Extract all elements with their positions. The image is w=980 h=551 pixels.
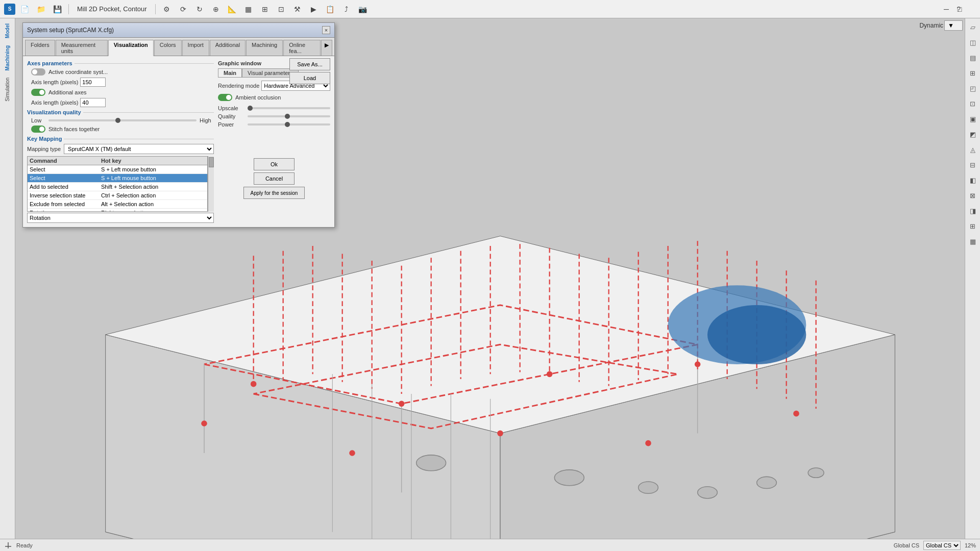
sidebar-item-simulation[interactable]: Simulation bbox=[4, 74, 11, 105]
rs-icon-5[interactable]: ◰ bbox=[966, 82, 979, 95]
power-track[interactable] bbox=[248, 123, 330, 126]
open-folder-btn[interactable]: 📁 bbox=[34, 2, 48, 16]
quality-track[interactable] bbox=[48, 119, 197, 121]
cancel-btn[interactable]: Cancel bbox=[254, 172, 295, 185]
dialog-title-text: System setup (SprutCAM X.cfg) bbox=[27, 27, 114, 34]
status-bar: Ready Global CS Global CS 12% bbox=[0, 539, 980, 551]
rs-icon-14[interactable]: ⊞ bbox=[966, 219, 979, 233]
rendering-label: Rendering mode bbox=[218, 83, 259, 89]
table-row[interactable]: Select S + Left mouse button bbox=[28, 165, 207, 174]
folders-tab[interactable]: Folders bbox=[25, 40, 55, 56]
save-btn[interactable]: 💾 bbox=[50, 2, 64, 16]
rs-icon-13[interactable]: ◨ bbox=[966, 204, 979, 217]
zoom-level: 12% bbox=[965, 542, 976, 548]
rs-icon-7[interactable]: ▣ bbox=[966, 112, 979, 126]
hotkey-cell: Shift + Selection action bbox=[99, 183, 207, 191]
main-subtab[interactable]: Main bbox=[218, 68, 242, 78]
ok-btn[interactable]: Ok bbox=[254, 158, 295, 170]
additional-axes-toggle[interactable] bbox=[31, 89, 45, 96]
active-coord-row: Active coordinate syst... bbox=[27, 68, 214, 76]
axis-length-input[interactable] bbox=[80, 78, 106, 87]
upscale-track[interactable] bbox=[248, 107, 330, 109]
mapping-type-label: Mapping type bbox=[27, 146, 61, 152]
visualization-tab[interactable]: Visualization bbox=[108, 40, 154, 56]
table-row[interactable]: Select S + Left mouse button bbox=[28, 174, 207, 183]
command-cell: Select bbox=[28, 174, 99, 182]
rs-icon-12[interactable]: ⊠ bbox=[966, 189, 979, 202]
view-list-btn[interactable]: ▦ bbox=[241, 2, 256, 16]
svg-point-33 bbox=[547, 371, 553, 378]
svg-point-44 bbox=[757, 477, 777, 488]
upscale-label: Upscale bbox=[218, 105, 244, 111]
minimize-btn[interactable]: ─ bbox=[939, 0, 953, 18]
orbit-btn[interactable]: ⟳ bbox=[176, 2, 190, 16]
new-file-btn[interactable]: 📄 bbox=[17, 2, 32, 16]
maximize-btn[interactable]: □ bbox=[952, 0, 967, 18]
dialog-close-btn[interactable]: × bbox=[322, 26, 330, 34]
quality-thumb[interactable] bbox=[115, 118, 120, 123]
svg-point-42 bbox=[639, 482, 658, 493]
rs-icon-10[interactable]: ⊟ bbox=[966, 158, 979, 171]
coord-system-select[interactable]: Global CS bbox=[923, 541, 961, 550]
save-as-btn[interactable]: Save As... bbox=[289, 58, 330, 70]
table-row[interactable]: Inverse selection state Ctrl + Selection… bbox=[28, 191, 207, 200]
rs-icon-1[interactable]: ▱ bbox=[966, 20, 979, 34]
additional-axis-length-input[interactable] bbox=[80, 98, 106, 107]
table-row[interactable]: Exclude from selected Alt + Selection ac… bbox=[28, 200, 207, 209]
quality-thumb2[interactable] bbox=[285, 114, 290, 119]
sim-btn[interactable]: ▶ bbox=[307, 2, 321, 16]
power-thumb[interactable] bbox=[285, 122, 290, 127]
rs-icon-4[interactable]: ⊞ bbox=[966, 66, 979, 80]
upscale-thumb[interactable] bbox=[248, 106, 253, 111]
colors-tab[interactable]: Colors bbox=[154, 40, 182, 56]
sep-1 bbox=[68, 4, 69, 14]
sidebar-item-model[interactable]: Model bbox=[4, 20, 11, 41]
online-features-tab[interactable]: Online fea... bbox=[283, 40, 321, 56]
measurement-tab[interactable]: Measurement units bbox=[56, 40, 108, 56]
stitch-faces-toggle[interactable] bbox=[31, 126, 45, 133]
scrollbar-thumb[interactable] bbox=[209, 157, 214, 167]
table-row[interactable]: Add to selected Shift + Selection action bbox=[28, 183, 207, 191]
additional-tab[interactable]: Additional bbox=[210, 40, 246, 56]
rs-icon-3[interactable]: ▤ bbox=[966, 51, 979, 64]
quality-track2[interactable] bbox=[248, 115, 330, 117]
nc-btn[interactable]: 📋 bbox=[323, 2, 337, 16]
mapping-type-select[interactable]: SprutCAM X (TM) default bbox=[64, 144, 214, 154]
rs-icon-6[interactable]: ⊡ bbox=[966, 97, 979, 110]
toolpath2-btn[interactable]: ⚒ bbox=[290, 2, 305, 16]
rs-icon-2[interactable]: ◫ bbox=[966, 36, 979, 49]
cam2-btn[interactable]: 📷 bbox=[356, 2, 370, 16]
export2-btn[interactable]: ⤴ bbox=[339, 2, 354, 16]
ambient-occlusion-toggle[interactable] bbox=[218, 94, 232, 101]
sidebar-item-machining[interactable]: Machining bbox=[4, 42, 11, 73]
layer-btn[interactable]: ⊞ bbox=[258, 2, 272, 16]
rs-icon-9[interactable]: ◬ bbox=[966, 143, 979, 156]
axis-length-label: Axis length (pixels) bbox=[31, 79, 78, 85]
table-row[interactable]: Rotation Right mouse button bbox=[28, 209, 207, 211]
dynamic-dropdown[interactable]: ▼ bbox=[944, 20, 963, 31]
ambient-row: Ambient occlusion bbox=[218, 94, 330, 101]
load-btn[interactable]: Load bbox=[289, 72, 330, 84]
apply-session-btn[interactable]: Apply for the session bbox=[243, 187, 305, 199]
rs-icon-8[interactable]: ◩ bbox=[966, 128, 979, 141]
active-coord-toggle[interactable] bbox=[31, 68, 45, 76]
dynamic-select[interactable]: Dynamic ▼ bbox=[919, 20, 963, 31]
table-scrollbar[interactable] bbox=[208, 156, 214, 212]
dialog-title[interactable]: System setup (SprutCAM X.cfg) × bbox=[23, 23, 334, 38]
measure-btn[interactable]: 📐 bbox=[225, 2, 239, 16]
hotkey-cell: S + Left mouse button bbox=[99, 174, 207, 182]
import-tab[interactable]: Import bbox=[182, 40, 209, 56]
command-cell: Exclude from selected bbox=[28, 200, 99, 208]
ops-btn[interactable]: ⊡ bbox=[274, 2, 288, 16]
svg-point-32 bbox=[399, 401, 405, 407]
left-panel: Axes parameters Active coordinate syst..… bbox=[27, 60, 214, 223]
settings-btn[interactable]: ⚙ bbox=[160, 2, 174, 16]
machining-tab2[interactable]: Machining bbox=[246, 40, 283, 56]
mapping-bottom-select[interactable]: Rotation bbox=[27, 213, 214, 223]
rotate-btn[interactable]: ↻ bbox=[192, 2, 207, 16]
quality-label2: Quality bbox=[218, 113, 244, 119]
tabs-scroll-right[interactable]: ▶ bbox=[321, 40, 332, 56]
rs-icon-11[interactable]: ◧ bbox=[966, 173, 979, 187]
rs-icon-15[interactable]: ▦ bbox=[966, 235, 979, 248]
transform-btn[interactable]: ⊕ bbox=[209, 2, 223, 16]
